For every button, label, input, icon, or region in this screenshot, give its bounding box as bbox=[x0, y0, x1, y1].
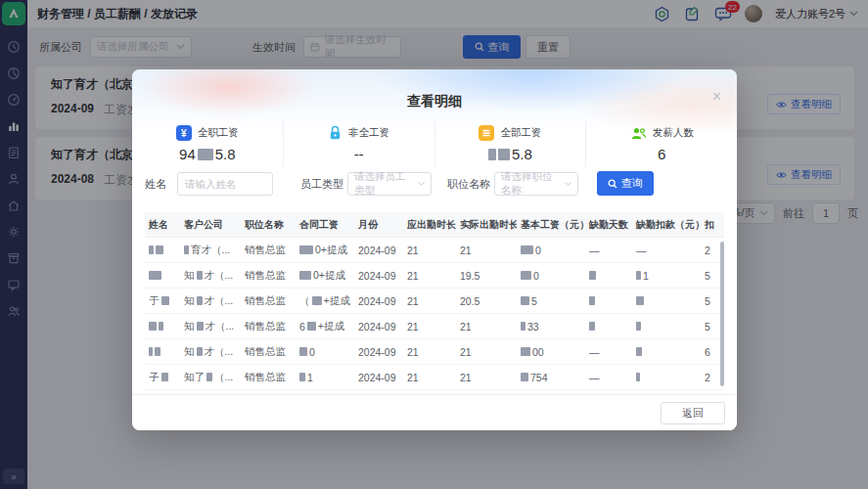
redacted-value bbox=[184, 245, 189, 254]
text-value: 5 bbox=[705, 321, 710, 333]
table-row: 于知才（...销售总监（+提成2024-092120.555 bbox=[145, 289, 724, 314]
text-value: 才（... bbox=[206, 320, 235, 333]
modal-title: 查看明细 bbox=[132, 93, 737, 111]
text-value: 6 bbox=[705, 346, 710, 358]
column-header: 扣 bbox=[701, 218, 724, 232]
table-row: 育才（...销售总监0+提成2024-0921210——2 bbox=[145, 238, 724, 263]
stat-label: 发薪人数 bbox=[653, 126, 694, 140]
modal-search-button[interactable]: 查询 bbox=[597, 171, 654, 196]
text-value: 于 bbox=[149, 294, 160, 308]
text-value: 21 bbox=[460, 346, 472, 358]
chevron-down-icon bbox=[418, 181, 425, 187]
table-cell: 21 bbox=[456, 372, 517, 383]
position-name-label: 职位名称 bbox=[447, 177, 490, 192]
redacted-value bbox=[197, 271, 203, 280]
employee-type-select[interactable]: 请选择员工类型 bbox=[347, 172, 432, 196]
table-cell bbox=[585, 296, 632, 305]
yen-badge-icon: ¥ bbox=[176, 125, 192, 141]
stat-value: -- bbox=[354, 146, 364, 162]
table-cell bbox=[585, 271, 632, 280]
table-cell: 21 bbox=[456, 321, 517, 333]
name-filter-label: 姓名 bbox=[145, 177, 166, 192]
redacted-value bbox=[636, 373, 640, 381]
text-value: +提成 bbox=[318, 320, 344, 333]
modal-footer: 返回 bbox=[132, 394, 737, 430]
table-cell: 0+提成 bbox=[296, 269, 354, 283]
table-cell bbox=[145, 322, 180, 331]
text-value: 21 bbox=[407, 321, 419, 333]
stat-全部工资: 全部工资5.8 bbox=[435, 120, 587, 167]
table-cell: 知才（... bbox=[180, 269, 241, 283]
table-scrollbar[interactable] bbox=[720, 242, 724, 386]
text-value: — bbox=[589, 346, 600, 358]
table-cell bbox=[145, 271, 180, 280]
table-cell: 2024-09 bbox=[354, 321, 403, 333]
table-cell: 00 bbox=[517, 346, 585, 358]
column-header: 应出勤时长 bbox=[403, 218, 456, 232]
modal-search-label: 查询 bbox=[621, 176, 643, 191]
text-value: 1 bbox=[643, 270, 649, 282]
table-cell: 21 bbox=[403, 346, 456, 358]
redacted-value bbox=[307, 322, 316, 331]
text-value: 销售总监 bbox=[245, 320, 286, 333]
people-icon bbox=[630, 126, 647, 141]
text-value: 0 bbox=[533, 270, 539, 282]
modal-filter-row: 姓名 员工类型 请选择员工类型 职位名称 请选择职位名称 查询 bbox=[132, 171, 737, 197]
text-value: （ bbox=[299, 294, 310, 308]
redacted-value bbox=[161, 373, 168, 381]
table-cell: 0+提成 bbox=[296, 244, 354, 257]
text-value: 19.5 bbox=[460, 270, 480, 282]
position-select[interactable]: 请选择职位名称 bbox=[494, 172, 578, 196]
redacted-value bbox=[206, 373, 212, 381]
text-value: 21 bbox=[407, 372, 419, 383]
table-cell: 19.5 bbox=[456, 270, 517, 282]
chevron-down-icon bbox=[565, 181, 571, 187]
close-icon[interactable]: × bbox=[712, 89, 721, 105]
column-header: 姓名 bbox=[145, 218, 180, 232]
stat-value: 945.8 bbox=[179, 146, 236, 162]
text-value: 2 bbox=[705, 244, 710, 256]
text-value: 育才（... bbox=[191, 244, 230, 257]
redacted-value bbox=[149, 245, 154, 254]
text-value: （... bbox=[214, 371, 233, 384]
text-value: 21 bbox=[407, 295, 419, 307]
text-value: 21 bbox=[407, 270, 419, 282]
salary-stats: ¥全职工资945.8非全工资--全部工资5.8发薪人数6 bbox=[132, 120, 737, 167]
table-header-row: 姓名客户公司职位名称合同工资月份应出勤时长实际出勤时长基本工资（元）缺勤天数缺勤… bbox=[145, 212, 724, 238]
table-cell bbox=[145, 347, 180, 356]
table-cell: 销售总监 bbox=[241, 371, 296, 384]
text-value: 6 bbox=[299, 321, 305, 333]
stat-label: 非全工资 bbox=[348, 126, 389, 140]
table-cell: 于 bbox=[145, 294, 180, 308]
table-cell: — bbox=[585, 346, 632, 358]
table-cell: 知才（... bbox=[180, 320, 241, 333]
back-button[interactable]: 返回 bbox=[661, 402, 725, 424]
redacted-value bbox=[589, 271, 596, 280]
redacted-value bbox=[197, 296, 203, 305]
redacted-value bbox=[488, 149, 496, 160]
table-cell: 2024-09 bbox=[354, 372, 403, 383]
table-cell: — bbox=[585, 372, 632, 383]
text-value: 知 bbox=[184, 294, 195, 308]
text-value: 0+提成 bbox=[315, 244, 347, 257]
column-header: 实际出勤时长 bbox=[456, 218, 517, 232]
stat-发薪人数: 发薪人数6 bbox=[586, 120, 737, 167]
text-value: 0 bbox=[535, 244, 541, 256]
table-cell: 21 bbox=[403, 372, 456, 383]
text-value: 5 bbox=[705, 295, 710, 307]
column-header: 月份 bbox=[354, 218, 403, 232]
table-cell bbox=[632, 347, 701, 356]
table-row: 知才（...销售总监6+提成2024-092121335 bbox=[145, 314, 724, 339]
text-value: 21 bbox=[460, 321, 472, 333]
text-value: +提成 bbox=[324, 294, 350, 308]
text-value: 才（... bbox=[205, 294, 234, 308]
employee-type-placeholder: 请选择员工类型 bbox=[354, 170, 413, 198]
text-value: 2024-09 bbox=[358, 244, 396, 256]
name-input[interactable] bbox=[177, 172, 273, 196]
table-row: 知才（...销售总监0+提成2024-092119.5015 bbox=[145, 263, 724, 289]
table-cell: 2024-09 bbox=[354, 346, 403, 358]
redacted-value bbox=[149, 347, 153, 356]
column-header: 合同工资 bbox=[296, 218, 354, 232]
column-header: 基本工资（元） bbox=[517, 218, 585, 232]
text-value: 知 bbox=[184, 320, 195, 333]
